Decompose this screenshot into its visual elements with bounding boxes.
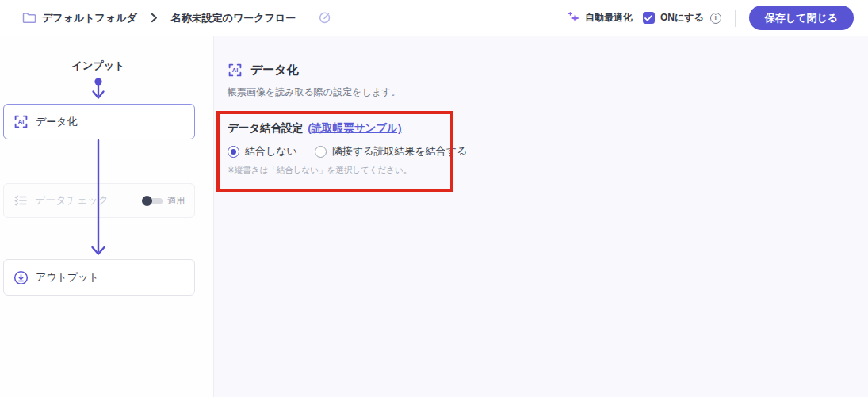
merge-radio-group: 結合しない 隣接する読取結果を結合する (228, 144, 467, 158)
node-label: データ化 (36, 115, 78, 129)
radio-unselected-icon[interactable] (315, 146, 327, 158)
auto-optimize-sparkle-icon (568, 11, 581, 25)
auto-optimize-label: 自動最適化 (585, 11, 633, 25)
section-note: ※縦書きは「結合しない」を選択してください。 (228, 165, 467, 176)
checkmark-icon (644, 15, 652, 21)
node-label: データチェック (35, 193, 109, 208)
section-heading: データ結合設定 (228, 121, 303, 136)
radio-selected-icon[interactable] (228, 146, 239, 158)
data-merge-section: データ結合設定 (読取帳票サンプル) 結合しない 隣接する読取結果を結合する ※… (228, 121, 467, 176)
download-icon (13, 270, 29, 285)
breadcrumb: デフォルトフォルダ 名称未設定のワークフロー (22, 11, 331, 25)
breadcrumb-chevron-icon (151, 13, 158, 23)
on-toggle-label[interactable]: ONにする (660, 11, 704, 25)
toggle-knob (142, 196, 152, 206)
topbar: デフォルトフォルダ 名称未設定のワークフロー 自動最適化 (0, 0, 868, 36)
panel-subtitle: 帳票画像を読み取る際の設定をします。 (228, 86, 400, 99)
sidebar-node-output[interactable]: アウトプット (3, 259, 195, 296)
apply-label: 適用 (167, 195, 185, 207)
apply-toggle[interactable] (142, 196, 163, 206)
folder-icon (22, 12, 36, 24)
workflow-sidebar: インプット AI データ化 (0, 36, 214, 397)
info-icon[interactable]: i (710, 13, 721, 24)
topbar-right-controls: 自動最適化 ONにする i 保存して閉じる (568, 6, 854, 30)
settings-panel: AI データ化 帳票画像を読み取る際の設定をします。 データ結合設定 (読取帳票… (214, 36, 868, 397)
panel-title: データ化 (250, 63, 299, 78)
radio-label[interactable]: 結合しない (245, 144, 297, 158)
radio-no-merge[interactable]: 結合しない (228, 144, 297, 158)
ai-scan-icon: AI (228, 63, 243, 78)
radio-label[interactable]: 隣接する読取結果を結合する (332, 144, 468, 158)
checklist-icon (13, 193, 28, 208)
topbar-divider (735, 10, 736, 27)
ai-scan-icon: AI (13, 114, 29, 129)
node-label: アウトプット (36, 270, 99, 284)
svg-text:AI: AI (18, 118, 25, 125)
sample-document-link[interactable]: (読取帳票サンプル) (308, 121, 401, 136)
apply-toggle-group: 適用 (142, 195, 185, 207)
edit-workflow-icon[interactable] (318, 11, 331, 25)
breadcrumb-folder[interactable]: デフォルトフォルダ (42, 11, 137, 25)
svg-text:AI: AI (232, 67, 239, 74)
auto-optimize-checkbox[interactable] (643, 12, 655, 24)
sidebar-node-digitize[interactable]: AI データ化 (3, 104, 195, 139)
workflow-title: 名称未設定のワークフロー (171, 11, 296, 25)
panel-header: AI データ化 (228, 63, 299, 78)
sidebar-node-data-check[interactable]: データチェック 適用 (3, 183, 195, 218)
radio-merge-adjacent[interactable]: 隣接する読取結果を結合する (315, 144, 468, 158)
save-close-button[interactable]: 保存して閉じる (749, 6, 854, 30)
input-stage-label: インプット (0, 59, 197, 73)
section-divider (228, 105, 857, 105)
